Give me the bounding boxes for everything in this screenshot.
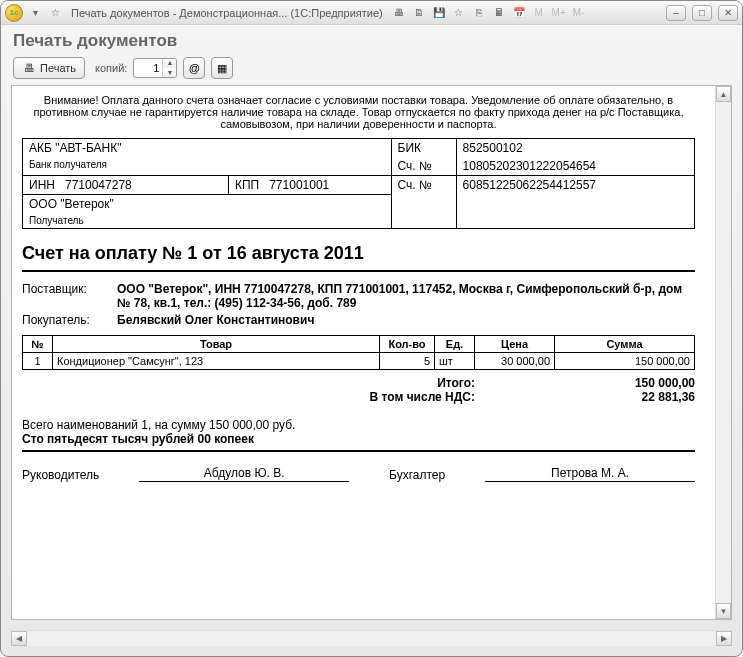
scroll-right-icon[interactable]: ▶: [716, 631, 732, 646]
col-sum: Сумма: [555, 336, 695, 353]
preview-icon[interactable]: 🗎: [411, 5, 427, 21]
template-button[interactable]: @: [183, 57, 205, 79]
col-qty: Кол-во: [380, 336, 435, 353]
table-row: 1 Кондиционер "Самсунг", 123 5 шт 30 000…: [23, 353, 695, 370]
table-icon: ▦: [217, 62, 227, 75]
vertical-scrollbar[interactable]: ▲ ▼: [715, 86, 731, 619]
cell-unit: шт: [435, 353, 475, 370]
warning-text: Внимание! Оплата данного счета означает …: [22, 92, 695, 138]
calculator-icon[interactable]: 🖩: [491, 5, 507, 21]
star-icon[interactable]: ☆: [451, 5, 467, 21]
cell-sum: 150 000,00: [555, 353, 695, 370]
buyer-row: Покупатель: Белявский Олег Константинови…: [22, 313, 695, 327]
inn-label: ИНН: [29, 178, 55, 192]
kpp-label: КПП: [235, 178, 259, 192]
bik-label: БИК: [391, 139, 456, 158]
cell-price: 30 000,00: [475, 353, 555, 370]
buyer-label: Покупатель:: [22, 313, 107, 327]
bik-value: 852500102: [456, 139, 694, 158]
total-label: Итого:: [22, 376, 555, 390]
copies-up-icon[interactable]: ▲: [163, 58, 176, 68]
copies-label: копий:: [95, 62, 127, 74]
page-title: Печать документов: [1, 25, 742, 53]
print-icon[interactable]: 🖶: [391, 5, 407, 21]
memory-mminus-icon[interactable]: M-: [571, 5, 587, 21]
settings-button[interactable]: ▦: [211, 57, 233, 79]
scroll-left-icon[interactable]: ◀: [11, 631, 27, 646]
signatures-row: Руководитель Абдулов Ю. В. Бухгалтер Пет…: [22, 466, 695, 482]
scroll-track[interactable]: [27, 631, 716, 646]
link-icon[interactable]: ⎘: [471, 5, 487, 21]
toolbar: 🖶 Печать копий: ▲ ▼ @ ▦: [1, 53, 742, 85]
supplier-row: Поставщик: ООО "Ветерок", ИНН 7710047278…: [22, 282, 695, 310]
accountant-name: Петрова М. А.: [485, 466, 695, 482]
accountant-label: Бухгалтер: [389, 468, 445, 482]
totals-block: Итого: 150 000,00 В том числе НДС: 22 88…: [22, 376, 695, 404]
copies-down-icon[interactable]: ▼: [163, 68, 176, 78]
maximize-button[interactable]: □: [692, 5, 712, 21]
bank-name: АКБ "АВТ-БАНК": [29, 141, 122, 155]
memory-m-icon[interactable]: M: [531, 5, 547, 21]
scroll-up-icon[interactable]: ▲: [716, 86, 731, 102]
col-name: Товар: [53, 336, 380, 353]
col-num: №: [23, 336, 53, 353]
cell-num: 1: [23, 353, 53, 370]
bank-details-table: АКБ "АВТ-БАНК" БИК 852500102 Сч. № 10805…: [22, 138, 695, 229]
col-price: Цена: [475, 336, 555, 353]
col-unit: Ед.: [435, 336, 475, 353]
horizontal-scrollbar[interactable]: ◀ ▶: [11, 630, 732, 646]
items-header-row: № Товар Кол-во Ед. Цена Сумма: [23, 336, 695, 353]
divider: [22, 270, 695, 272]
memory-mplus-icon[interactable]: M+: [551, 5, 567, 21]
kpp-value: 771001001: [269, 178, 329, 192]
items-table: № Товар Кол-во Ед. Цена Сумма 1 Кондицио…: [22, 335, 695, 370]
summary-line2: Сто пятьдесят тысяч рублей 00 копеек: [22, 432, 695, 446]
save-icon[interactable]: 💾: [431, 5, 447, 21]
app-logo-icon: 1c: [5, 4, 23, 22]
payee-name: ООО "Ветерок": [23, 195, 392, 214]
summary-line1: Всего наименований 1, на сумму 150 000,0…: [22, 418, 695, 432]
minimize-button[interactable]: –: [666, 5, 686, 21]
at-icon: @: [189, 62, 200, 74]
titlebar: 1c ▾ ☆ Печать документов - Демонстрацион…: [1, 1, 742, 25]
supplier-label: Поставщик:: [22, 282, 107, 310]
document-area: Внимание! Оплата данного счета означает …: [11, 85, 732, 620]
vat-label: В том числе НДС:: [22, 390, 555, 404]
inn-value: 7710047278: [65, 178, 132, 192]
favorite-icon[interactable]: ☆: [47, 5, 63, 21]
scroll-down-icon[interactable]: ▼: [716, 603, 731, 619]
window-title: Печать документов - Демонстрационная... …: [71, 7, 383, 19]
copies-input[interactable]: [134, 62, 162, 74]
copies-stepper[interactable]: ▲ ▼: [133, 58, 177, 78]
app-window: 1c ▾ ☆ Печать документов - Демонстрацион…: [0, 0, 743, 657]
print-button-label: Печать: [40, 62, 76, 74]
total-value: 150 000,00: [555, 376, 695, 390]
document-content: Внимание! Оплата данного счета означает …: [12, 86, 715, 619]
buyer-value: Белявский Олег Константинович: [117, 313, 695, 327]
acc-value: 60851225062254412557: [456, 176, 694, 229]
vat-value: 22 881,36: [555, 390, 695, 404]
bank-sublabel: Банк получателя: [23, 157, 392, 176]
acc-label: Сч. №: [391, 176, 456, 229]
close-button[interactable]: ✕: [718, 5, 738, 21]
divider: [22, 450, 695, 452]
director-name: Абдулов Ю. В.: [139, 466, 349, 482]
cell-name: Кондиционер "Самсунг", 123: [53, 353, 380, 370]
print-button[interactable]: 🖶 Печать: [13, 57, 85, 79]
dropdown-icon[interactable]: ▾: [27, 5, 43, 21]
printer-icon: 🖶: [22, 61, 36, 75]
cell-qty: 5: [380, 353, 435, 370]
calendar-icon[interactable]: 📅: [511, 5, 527, 21]
payee-sublabel: Получатель: [23, 213, 392, 229]
supplier-value: ООО "Ветерок", ИНН 7710047278, КПП 77100…: [117, 282, 695, 310]
director-label: Руководитель: [22, 468, 99, 482]
scroll-track[interactable]: [716, 102, 731, 603]
corr-acc-label: Сч. №: [391, 157, 456, 176]
summary-block: Всего наименований 1, на сумму 150 000,0…: [22, 418, 695, 446]
corr-acc-value: 10805202301222054654: [456, 157, 694, 176]
document-title: Счет на оплату № 1 от 16 августа 2011: [22, 243, 695, 264]
